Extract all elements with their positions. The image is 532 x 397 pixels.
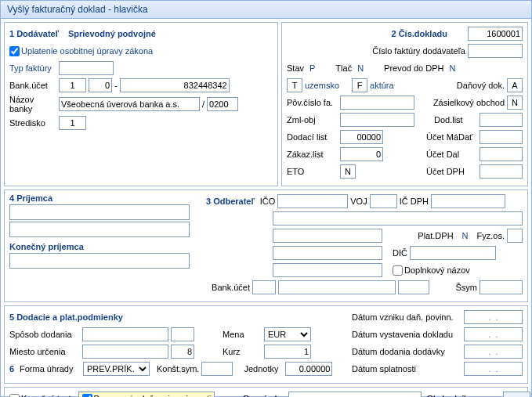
t-code-input[interactable]	[287, 78, 302, 92]
section2-heading: 2 Čís.dokladu	[391, 29, 447, 38]
sposob-input[interactable]	[82, 327, 168, 341]
dodaci-list-label: Dodací list	[287, 132, 338, 142]
ucet-madat-input[interactable]	[480, 130, 523, 144]
miesto-code[interactable]	[171, 345, 194, 359]
six-label: 6	[9, 364, 17, 374]
cislo-faktury-input[interactable]	[468, 44, 523, 58]
dodlist-label: Dod.list	[434, 115, 477, 125]
uplatenie-text: Uplatenie osobitnej úpravy zákona	[21, 46, 153, 56]
dodaci-list-input[interactable]	[340, 130, 383, 144]
dic-input[interactable]	[410, 246, 496, 260]
icdph-label: IČ DPH	[400, 197, 429, 206]
ico-label: IČO	[260, 197, 276, 206]
dat-vznik-input[interactable]	[464, 310, 523, 324]
odb-line3a[interactable]	[273, 246, 382, 260]
section5-heading: 5 Dodacie a plat.podmienky	[9, 312, 123, 322]
typ-faktury-label[interactable]: Typ faktúry	[9, 63, 56, 73]
prijemca-input1[interactable]	[9, 204, 190, 220]
nazov-banky-input[interactable]	[59, 97, 200, 111]
odb-bank-c[interactable]	[398, 280, 429, 294]
prenesenie-checkbox[interactable]	[82, 394, 92, 398]
zakaz-list-input[interactable]	[340, 147, 383, 161]
section1-heading: 1 Dodávateľ	[9, 29, 59, 38]
jednotky-label: Jednotky	[244, 364, 283, 374]
odb-bank-a[interactable]	[252, 280, 276, 294]
prevod-label: Prevod do DPH	[384, 63, 443, 73]
odb-line2a[interactable]	[273, 229, 382, 243]
kurz-input[interactable]	[264, 345, 311, 359]
konecny-prijemca-input[interactable]	[9, 253, 190, 269]
cislo-dokladu-input[interactable]	[468, 27, 523, 41]
dat-splat-input[interactable]	[464, 362, 523, 376]
doplnkovy-checkbox[interactable]	[393, 265, 403, 276]
fyzos-input[interactable]	[507, 229, 523, 243]
dat-dod-input[interactable]	[464, 345, 523, 359]
jednotky-input[interactable]	[285, 362, 332, 376]
miesto-input[interactable]	[82, 345, 168, 359]
dat-dod-label: Dátum dodania dodávky	[352, 347, 461, 356]
dat-splat-label: Dátum splatnosti	[352, 364, 461, 374]
dodlist-input[interactable]	[480, 113, 523, 127]
zasielkovy-input[interactable]	[507, 96, 523, 110]
dash-separator: -	[114, 81, 118, 90]
pov-cislo-input[interactable]	[340, 96, 414, 110]
window-title: Vyšlý fakturačný doklad - hlavička	[1, 1, 531, 19]
uplatenie-checkbox-label[interactable]: Uplatenie osobitnej úpravy zákona	[9, 46, 153, 56]
icdph-input[interactable]	[431, 194, 505, 208]
voj-input[interactable]	[370, 194, 397, 208]
zmlobj-input[interactable]	[340, 113, 414, 127]
dat-vyst-input[interactable]	[464, 327, 523, 341]
poznamka-label: Poznámka	[243, 394, 286, 397]
voj-label: VOJ	[350, 197, 367, 206]
tlac-label: Tlač	[335, 63, 352, 73]
konecny-text-checkbox-label[interactable]: Konečný text	[9, 394, 71, 398]
konecny-prijemca-label: Konečný príjemca	[9, 242, 201, 251]
obchodnik-input[interactable]	[503, 392, 530, 397]
f-code-input[interactable]	[352, 78, 367, 92]
pov-cislo-label: Pôv.číslo fa.	[287, 98, 338, 107]
odb-line4a[interactable]	[273, 263, 382, 277]
sprievodny-link[interactable]: Sprievodný podvojné	[68, 29, 156, 38]
stredisko-input[interactable]	[59, 116, 86, 130]
ucet-dal-label: Účet Dal	[426, 150, 477, 159]
platdph-label: Plat.DPH	[418, 231, 453, 240]
konecny-text-checkbox[interactable]	[9, 394, 20, 398]
prenesenie-checkbox-label[interactable]: Prenesenie daňovej povinnosti	[78, 392, 215, 397]
tlac-value: N	[357, 63, 364, 73]
eto-input[interactable]	[340, 164, 356, 179]
doplnkovy-checkbox-label[interactable]: Doplnkový názov	[393, 265, 470, 276]
ucet-dph-input[interactable]	[480, 164, 523, 179]
dat-vyst-label: Dátum vystavenia dokladu	[352, 330, 461, 339]
konst-label: Konšt.sym.	[157, 364, 199, 374]
ssym-label: Šsym	[456, 283, 478, 292]
ico-input[interactable]	[277, 194, 348, 208]
prenesenie-label: Prenesenie daňovej povinnosti	[94, 394, 212, 397]
eto-label: ETO	[287, 167, 338, 176]
obchodnik-label: Obchodník	[426, 394, 501, 397]
kod-banky-input[interactable]	[207, 97, 238, 111]
odb-bank-b[interactable]	[278, 280, 396, 294]
mena-select[interactable]: EUR	[264, 327, 311, 341]
bank-ucet-c[interactable]	[120, 78, 230, 92]
sposob-label: Spôsob dodania	[9, 330, 80, 339]
ucet-dph-label: Účet DPH	[426, 167, 477, 176]
forma-select[interactable]: PREV.PRÍK.	[83, 362, 150, 376]
sposob-code[interactable]	[171, 327, 194, 341]
zasielkovy-label: Zásielkový obchod	[433, 98, 505, 107]
odberatel-name-input[interactable]	[273, 211, 523, 226]
konst-input[interactable]	[201, 362, 233, 376]
bank-ucet-a[interactable]	[59, 78, 86, 92]
stredisko-label: Stredisko	[9, 118, 56, 128]
doplnkovy-text: Doplnkový názov	[404, 265, 470, 275]
prijemca-input2[interactable]	[9, 222, 190, 237]
danovy-dok-input[interactable]	[507, 78, 523, 92]
ucet-dal-input[interactable]	[480, 147, 523, 161]
uplatenie-checkbox[interactable]	[9, 46, 20, 56]
poznamka-input[interactable]	[288, 392, 422, 397]
konecny-text-label: Konečný text	[21, 394, 71, 397]
bank-ucet-b[interactable]	[89, 78, 112, 92]
slash-separator: /	[202, 99, 204, 109]
typ-faktury-input[interactable]	[59, 61, 114, 75]
zakaz-list-label: Zákaz.list	[287, 150, 338, 159]
ssym-input[interactable]	[480, 280, 523, 294]
